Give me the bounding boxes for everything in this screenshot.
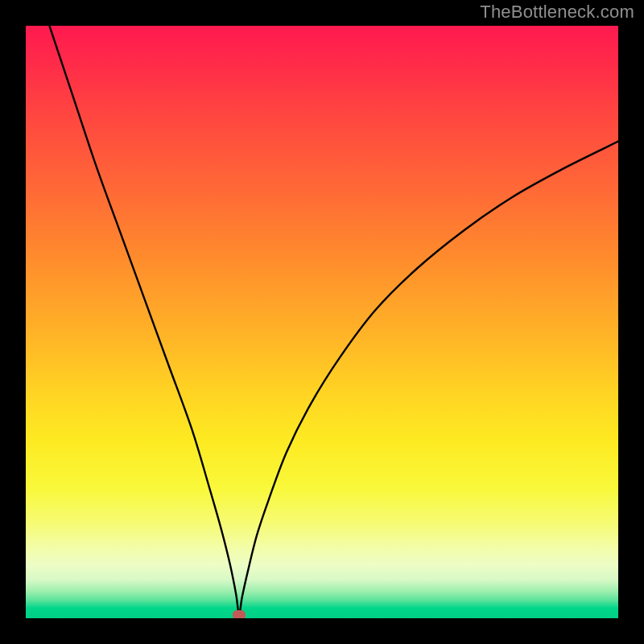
- watermark-text: TheBottleneck.com: [480, 2, 634, 23]
- bottleneck-curve: [49, 26, 618, 615]
- minimum-marker-icon: [233, 610, 246, 618]
- curve-svg: [26, 26, 618, 618]
- chart-frame: TheBottleneck.com: [0, 0, 644, 644]
- plot-area: [26, 26, 618, 618]
